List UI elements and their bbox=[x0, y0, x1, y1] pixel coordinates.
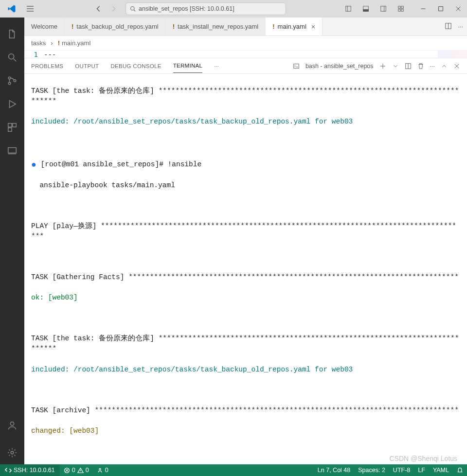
svg-rect-5 bbox=[346, 6, 351, 12]
status-lncol[interactable]: Ln 7, Col 48 bbox=[314, 467, 354, 474]
tab-main[interactable]: !main.yaml× bbox=[266, 18, 323, 35]
svg-rect-34 bbox=[294, 64, 299, 68]
terminal-line: included: /root/ansible_set_repos/tasks/… bbox=[31, 365, 460, 375]
more-actions-icon[interactable]: ··· bbox=[458, 23, 463, 30]
tab-label: Welcome bbox=[31, 23, 57, 30]
yaml-icon: ! bbox=[173, 23, 175, 30]
more-icon[interactable]: ··· bbox=[214, 63, 219, 69]
kill-terminal-icon[interactable] bbox=[417, 63, 424, 70]
activity-bar bbox=[0, 18, 24, 464]
terminal-title[interactable]: bash - ansible_set_repos bbox=[305, 63, 374, 70]
window-maximize-button[interactable] bbox=[432, 0, 449, 18]
panel-tab-terminal[interactable]: TERMINAL bbox=[173, 59, 203, 73]
layout-sidebar-left-icon[interactable] bbox=[340, 0, 357, 18]
terminal-output[interactable]: TASK [the task: 备份原来的仓库] ***************… bbox=[24, 74, 467, 464]
window-close-button[interactable] bbox=[449, 0, 467, 18]
window-minimize-button[interactable] bbox=[414, 0, 432, 18]
source-control-icon[interactable] bbox=[0, 69, 24, 92]
terminal-line: TASK [the task: 备份原来的仓库] ***************… bbox=[31, 86, 460, 106]
svg-rect-17 bbox=[439, 7, 443, 11]
port-count: 0 bbox=[105, 467, 108, 474]
status-eol[interactable]: LF bbox=[414, 467, 429, 474]
status-bar: SSH: 10.0.0.61 0 0 0 Ln 7, Col 48 Spaces… bbox=[0, 464, 467, 476]
extensions-icon[interactable] bbox=[0, 116, 24, 139]
svg-rect-27 bbox=[8, 128, 12, 131]
terminal-line: TASK [Gathering Facts] *****************… bbox=[31, 272, 460, 282]
vscode-logo bbox=[0, 4, 23, 13]
tab-welcome[interactable]: Welcome bbox=[24, 18, 65, 35]
run-debug-icon[interactable] bbox=[0, 92, 24, 116]
editor-line: --- bbox=[44, 51, 56, 58]
tab-install[interactable]: !task_install_new_repos.yaml bbox=[166, 18, 266, 35]
status-spaces[interactable]: Spaces: 2 bbox=[354, 467, 389, 474]
tab-label: task_install_new_repos.yaml bbox=[178, 23, 258, 30]
warning-count: 0 bbox=[86, 467, 89, 474]
terminal-line: TASK [the task: 备份原来的仓库] ***************… bbox=[31, 334, 460, 354]
status-problems[interactable]: 0 0 bbox=[60, 464, 93, 476]
titlebar: ansible_set_repos [SSH: 10.0.0.61] bbox=[0, 0, 467, 18]
menu-icon[interactable] bbox=[23, 5, 37, 13]
remote-label: SSH: 10.0.0.61 bbox=[14, 467, 55, 474]
tab-label: main.yaml bbox=[278, 23, 306, 30]
svg-rect-12 bbox=[398, 6, 400, 8]
svg-rect-9 bbox=[363, 10, 369, 12]
svg-point-22 bbox=[8, 77, 11, 79]
split-editor-icon[interactable] bbox=[445, 22, 452, 31]
yaml-icon: ! bbox=[58, 39, 60, 47]
yaml-icon: ! bbox=[272, 23, 274, 30]
close-icon[interactable]: × bbox=[311, 23, 315, 31]
layout-panel-icon[interactable] bbox=[357, 0, 375, 18]
svg-point-45 bbox=[99, 468, 101, 470]
status-ports[interactable]: 0 bbox=[93, 464, 112, 476]
layout-sidebar-right-icon[interactable] bbox=[375, 0, 392, 18]
settings-gear-icon[interactable] bbox=[0, 441, 24, 464]
panel: PROBLEMS OUTPUT DEBUG CONSOLE TERMINAL ·… bbox=[24, 58, 467, 464]
line-number: 1 bbox=[29, 51, 44, 58]
search-icon[interactable] bbox=[0, 46, 24, 69]
command-center-text: ansible_set_repos [SSH: 10.0.0.61] bbox=[139, 5, 234, 12]
remote-indicator[interactable]: SSH: 10.0.0.61 bbox=[0, 464, 60, 476]
accounts-icon[interactable] bbox=[0, 414, 24, 437]
breadcrumb[interactable]: tasks › ! main.yaml bbox=[24, 36, 467, 51]
panel-tab-problems[interactable]: PROBLEMS bbox=[31, 59, 63, 73]
chevron-down-icon[interactable] bbox=[392, 63, 399, 70]
svg-rect-15 bbox=[401, 9, 403, 11]
status-language[interactable]: YAML bbox=[429, 467, 453, 474]
nav-group bbox=[90, 2, 122, 16]
layout-customize-icon[interactable] bbox=[392, 0, 410, 18]
svg-line-21 bbox=[14, 59, 17, 62]
svg-point-30 bbox=[10, 422, 14, 425]
command-center[interactable]: ansible_set_repos [SSH: 10.0.0.61] bbox=[126, 2, 286, 15]
svg-point-31 bbox=[11, 451, 14, 454]
status-encoding[interactable]: UTF-8 bbox=[389, 467, 414, 474]
yaml-icon: ! bbox=[72, 23, 73, 30]
svg-point-20 bbox=[9, 54, 14, 59]
split-terminal-icon[interactable] bbox=[405, 63, 412, 70]
terminal-line: TASK [archive] *************************… bbox=[31, 405, 460, 416]
terminal-line: ok: [web03] bbox=[31, 293, 460, 303]
explorer-icon[interactable] bbox=[0, 22, 24, 46]
terminal-line: included: /root/ansible_set_repos/tasks/… bbox=[31, 117, 460, 127]
breadcrumb-segment[interactable]: main.yaml bbox=[62, 39, 90, 47]
editor-group: Welcome !task_backup_old_repos.yaml !tas… bbox=[24, 18, 467, 464]
status-notifications-icon[interactable] bbox=[453, 467, 467, 473]
new-terminal-icon[interactable] bbox=[379, 63, 386, 70]
panel-tab-debug[interactable]: DEBUG CONSOLE bbox=[110, 59, 161, 73]
maximize-panel-icon[interactable] bbox=[441, 63, 448, 70]
panel-tab-output[interactable]: OUTPUT bbox=[75, 59, 99, 73]
tab-backup[interactable]: !task_backup_old_repos.yaml bbox=[65, 18, 166, 35]
breadcrumb-segment[interactable]: tasks bbox=[31, 39, 46, 47]
terminal-line: PLAY [play—换源] *************************… bbox=[31, 221, 460, 242]
terminal-shell-icon[interactable] bbox=[293, 63, 300, 70]
svg-rect-14 bbox=[398, 9, 400, 11]
svg-point-3 bbox=[131, 7, 135, 11]
editor[interactable]: 1 --- bbox=[24, 51, 467, 58]
close-panel-icon[interactable] bbox=[453, 63, 460, 70]
more-icon[interactable]: ··· bbox=[430, 63, 435, 70]
terminal-line: ● [root@m01 ansible_set_repos]# !ansible bbox=[31, 158, 460, 170]
remote-explorer-icon[interactable] bbox=[0, 139, 24, 162]
nav-forward-button[interactable] bbox=[106, 2, 122, 16]
svg-rect-28 bbox=[8, 148, 17, 153]
nav-back-button[interactable] bbox=[90, 2, 106, 16]
tabs-container: Welcome !task_backup_old_repos.yaml !tas… bbox=[24, 18, 467, 36]
